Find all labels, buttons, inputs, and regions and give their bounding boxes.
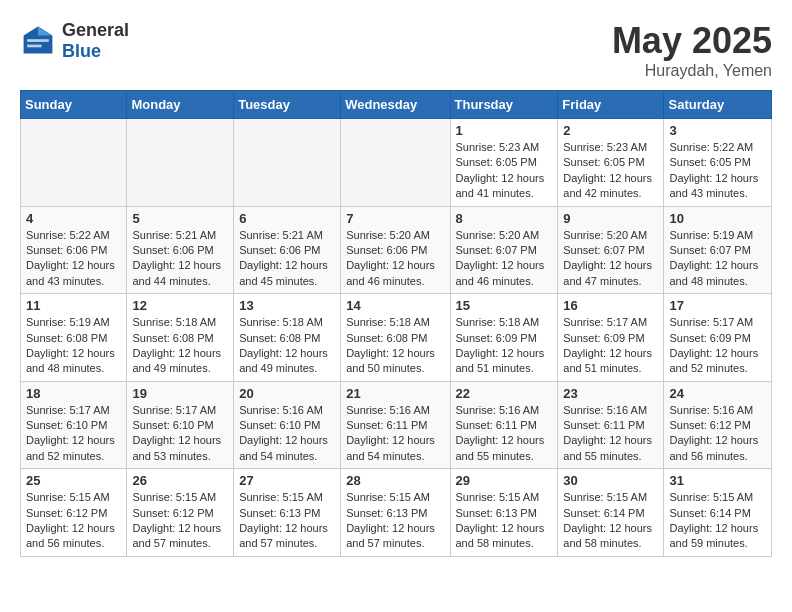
day-info: Sunrise: 5:22 AM Sunset: 6:05 PM Dayligh…	[669, 140, 766, 202]
weekday-header-friday: Friday	[558, 91, 664, 119]
calendar-cell: 21Sunrise: 5:16 AM Sunset: 6:11 PM Dayli…	[341, 381, 450, 469]
day-info: Sunrise: 5:18 AM Sunset: 6:08 PM Dayligh…	[132, 315, 228, 377]
day-number: 5	[132, 211, 228, 226]
calendar-cell: 1Sunrise: 5:23 AM Sunset: 6:05 PM Daylig…	[450, 119, 558, 207]
month-title: May 2025	[612, 20, 772, 62]
day-number: 2	[563, 123, 658, 138]
day-number: 10	[669, 211, 766, 226]
calendar-cell: 3Sunrise: 5:22 AM Sunset: 6:05 PM Daylig…	[664, 119, 772, 207]
calendar-cell: 4Sunrise: 5:22 AM Sunset: 6:06 PM Daylig…	[21, 206, 127, 294]
day-number: 30	[563, 473, 658, 488]
day-number: 29	[456, 473, 553, 488]
day-info: Sunrise: 5:16 AM Sunset: 6:11 PM Dayligh…	[346, 403, 444, 465]
day-number: 3	[669, 123, 766, 138]
day-info: Sunrise: 5:21 AM Sunset: 6:06 PM Dayligh…	[132, 228, 228, 290]
day-info: Sunrise: 5:17 AM Sunset: 6:10 PM Dayligh…	[132, 403, 228, 465]
week-row-2: 4Sunrise: 5:22 AM Sunset: 6:06 PM Daylig…	[21, 206, 772, 294]
title-area: May 2025 Huraydah, Yemen	[612, 20, 772, 80]
calendar-cell	[341, 119, 450, 207]
day-info: Sunrise: 5:17 AM Sunset: 6:09 PM Dayligh…	[563, 315, 658, 377]
day-info: Sunrise: 5:15 AM Sunset: 6:12 PM Dayligh…	[26, 490, 121, 552]
day-info: Sunrise: 5:15 AM Sunset: 6:14 PM Dayligh…	[669, 490, 766, 552]
day-info: Sunrise: 5:16 AM Sunset: 6:12 PM Dayligh…	[669, 403, 766, 465]
day-number: 22	[456, 386, 553, 401]
calendar-cell: 25Sunrise: 5:15 AM Sunset: 6:12 PM Dayli…	[21, 469, 127, 557]
day-info: Sunrise: 5:18 AM Sunset: 6:08 PM Dayligh…	[346, 315, 444, 377]
calendar-cell: 24Sunrise: 5:16 AM Sunset: 6:12 PM Dayli…	[664, 381, 772, 469]
calendar-cell: 29Sunrise: 5:15 AM Sunset: 6:13 PM Dayli…	[450, 469, 558, 557]
day-info: Sunrise: 5:17 AM Sunset: 6:09 PM Dayligh…	[669, 315, 766, 377]
day-number: 27	[239, 473, 335, 488]
calendar-cell: 20Sunrise: 5:16 AM Sunset: 6:10 PM Dayli…	[234, 381, 341, 469]
day-info: Sunrise: 5:20 AM Sunset: 6:07 PM Dayligh…	[456, 228, 553, 290]
day-info: Sunrise: 5:18 AM Sunset: 6:09 PM Dayligh…	[456, 315, 553, 377]
weekday-header-monday: Monday	[127, 91, 234, 119]
day-info: Sunrise: 5:15 AM Sunset: 6:13 PM Dayligh…	[239, 490, 335, 552]
calendar-cell: 23Sunrise: 5:16 AM Sunset: 6:11 PM Dayli…	[558, 381, 664, 469]
week-row-4: 18Sunrise: 5:17 AM Sunset: 6:10 PM Dayli…	[21, 381, 772, 469]
svg-rect-3	[27, 45, 41, 48]
svg-rect-2	[27, 39, 49, 42]
logo-icon	[20, 23, 56, 59]
day-number: 12	[132, 298, 228, 313]
calendar-cell: 6Sunrise: 5:21 AM Sunset: 6:06 PM Daylig…	[234, 206, 341, 294]
day-number: 8	[456, 211, 553, 226]
logo-text: General Blue	[62, 20, 129, 62]
calendar-cell: 31Sunrise: 5:15 AM Sunset: 6:14 PM Dayli…	[664, 469, 772, 557]
calendar-cell: 22Sunrise: 5:16 AM Sunset: 6:11 PM Dayli…	[450, 381, 558, 469]
day-number: 23	[563, 386, 658, 401]
calendar-cell	[127, 119, 234, 207]
day-info: Sunrise: 5:15 AM Sunset: 6:12 PM Dayligh…	[132, 490, 228, 552]
logo: General Blue	[20, 20, 129, 62]
week-row-1: 1Sunrise: 5:23 AM Sunset: 6:05 PM Daylig…	[21, 119, 772, 207]
logo-blue: Blue	[62, 41, 129, 62]
day-number: 19	[132, 386, 228, 401]
calendar-cell: 17Sunrise: 5:17 AM Sunset: 6:09 PM Dayli…	[664, 294, 772, 382]
day-info: Sunrise: 5:23 AM Sunset: 6:05 PM Dayligh…	[563, 140, 658, 202]
calendar-cell: 13Sunrise: 5:18 AM Sunset: 6:08 PM Dayli…	[234, 294, 341, 382]
calendar-cell: 19Sunrise: 5:17 AM Sunset: 6:10 PM Dayli…	[127, 381, 234, 469]
calendar-cell: 18Sunrise: 5:17 AM Sunset: 6:10 PM Dayli…	[21, 381, 127, 469]
weekday-header-tuesday: Tuesday	[234, 91, 341, 119]
day-number: 9	[563, 211, 658, 226]
day-info: Sunrise: 5:19 AM Sunset: 6:08 PM Dayligh…	[26, 315, 121, 377]
day-number: 25	[26, 473, 121, 488]
day-number: 1	[456, 123, 553, 138]
calendar-cell: 30Sunrise: 5:15 AM Sunset: 6:14 PM Dayli…	[558, 469, 664, 557]
day-number: 26	[132, 473, 228, 488]
calendar-cell	[21, 119, 127, 207]
weekday-header-row: SundayMondayTuesdayWednesdayThursdayFrid…	[21, 91, 772, 119]
calendar-cell: 15Sunrise: 5:18 AM Sunset: 6:09 PM Dayli…	[450, 294, 558, 382]
week-row-3: 11Sunrise: 5:19 AM Sunset: 6:08 PM Dayli…	[21, 294, 772, 382]
calendar-cell	[234, 119, 341, 207]
calendar: SundayMondayTuesdayWednesdayThursdayFrid…	[20, 90, 772, 557]
day-number: 11	[26, 298, 121, 313]
weekday-header-saturday: Saturday	[664, 91, 772, 119]
weekday-header-wednesday: Wednesday	[341, 91, 450, 119]
calendar-cell: 16Sunrise: 5:17 AM Sunset: 6:09 PM Dayli…	[558, 294, 664, 382]
page-header: General Blue May 2025 Huraydah, Yemen	[20, 20, 772, 80]
day-info: Sunrise: 5:16 AM Sunset: 6:11 PM Dayligh…	[563, 403, 658, 465]
calendar-cell: 14Sunrise: 5:18 AM Sunset: 6:08 PM Dayli…	[341, 294, 450, 382]
calendar-cell: 11Sunrise: 5:19 AM Sunset: 6:08 PM Dayli…	[21, 294, 127, 382]
day-info: Sunrise: 5:20 AM Sunset: 6:06 PM Dayligh…	[346, 228, 444, 290]
day-number: 21	[346, 386, 444, 401]
day-info: Sunrise: 5:16 AM Sunset: 6:11 PM Dayligh…	[456, 403, 553, 465]
calendar-cell: 8Sunrise: 5:20 AM Sunset: 6:07 PM Daylig…	[450, 206, 558, 294]
calendar-cell: 28Sunrise: 5:15 AM Sunset: 6:13 PM Dayli…	[341, 469, 450, 557]
day-info: Sunrise: 5:16 AM Sunset: 6:10 PM Dayligh…	[239, 403, 335, 465]
day-number: 20	[239, 386, 335, 401]
day-number: 31	[669, 473, 766, 488]
weekday-header-sunday: Sunday	[21, 91, 127, 119]
weekday-header-thursday: Thursday	[450, 91, 558, 119]
calendar-cell: 26Sunrise: 5:15 AM Sunset: 6:12 PM Dayli…	[127, 469, 234, 557]
location: Huraydah, Yemen	[612, 62, 772, 80]
day-info: Sunrise: 5:20 AM Sunset: 6:07 PM Dayligh…	[563, 228, 658, 290]
day-number: 14	[346, 298, 444, 313]
svg-marker-1	[38, 27, 52, 36]
day-number: 15	[456, 298, 553, 313]
day-info: Sunrise: 5:15 AM Sunset: 6:14 PM Dayligh…	[563, 490, 658, 552]
day-number: 24	[669, 386, 766, 401]
calendar-cell: 27Sunrise: 5:15 AM Sunset: 6:13 PM Dayli…	[234, 469, 341, 557]
day-number: 7	[346, 211, 444, 226]
